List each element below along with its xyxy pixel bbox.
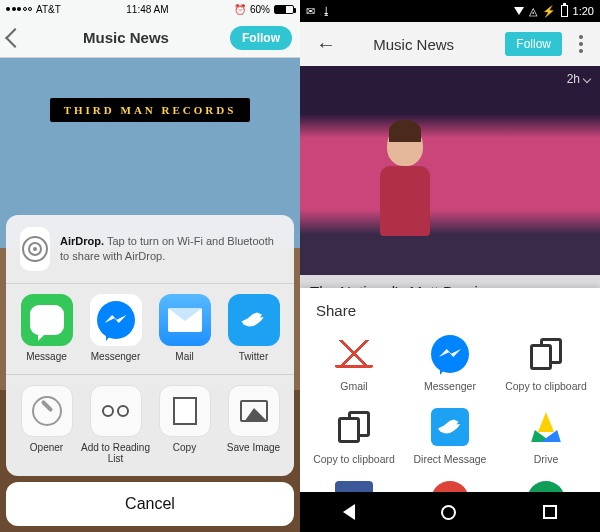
opener-icon bbox=[21, 385, 73, 437]
ios-device: AT&T 11:48 AM ⏰ 60% Music News Follow TH… bbox=[0, 0, 300, 532]
android-nav-bar: ← Music News Follow bbox=[300, 22, 600, 66]
page-title: Music News bbox=[326, 36, 501, 53]
android-soft-keys bbox=[300, 492, 600, 532]
clipboard-icon bbox=[333, 406, 375, 448]
clipboard-icon bbox=[525, 333, 567, 375]
overflow-menu-icon[interactable] bbox=[572, 35, 590, 53]
share-actions-row[interactable]: Opener Add to Reading List Copy Save Ima… bbox=[6, 375, 294, 476]
reading-list-icon bbox=[90, 385, 142, 437]
gmail-icon bbox=[333, 333, 375, 375]
airdrop-row[interactable]: AirDrop. Tap to turn on Wi-Fi and Blueto… bbox=[6, 215, 294, 284]
article-image bbox=[370, 126, 440, 256]
share-copy-clipboard[interactable]: Copy to clipboard bbox=[498, 329, 594, 396]
gmail-status-icon: ✉ bbox=[306, 5, 315, 18]
follow-button[interactable]: Follow bbox=[230, 26, 292, 50]
carrier-label: AT&T bbox=[36, 4, 61, 15]
battery-icon bbox=[561, 5, 568, 17]
messenger-icon bbox=[90, 294, 142, 346]
softkey-home-icon[interactable] bbox=[441, 505, 456, 520]
mail-icon bbox=[159, 294, 211, 346]
android-share-sheet: Share Gmail Messenger Copy to clipboard … bbox=[300, 288, 600, 492]
share-app-mail[interactable]: Mail bbox=[150, 294, 219, 362]
android-status-bar: ✉ ⭳ ◬ ⚡ 1:20 bbox=[300, 0, 600, 22]
back-chevron-icon[interactable] bbox=[5, 28, 25, 48]
wifi-icon bbox=[514, 7, 524, 15]
save-image-icon bbox=[228, 385, 280, 437]
action-reading-list[interactable]: Add to Reading List bbox=[81, 385, 150, 464]
article-age: 2h bbox=[567, 72, 590, 86]
share-copy-clipboard-2[interactable]: Copy to clipboard bbox=[306, 402, 402, 469]
battery-pct-label: 60% bbox=[250, 4, 270, 15]
copy-icon bbox=[159, 385, 211, 437]
download-status-icon: ⭳ bbox=[321, 5, 332, 17]
share-apps-row[interactable]: Message Messenger Mail Twitter bbox=[6, 284, 294, 375]
share-app-messenger[interactable]: Messenger bbox=[81, 294, 150, 362]
ios-share-sheet: AirDrop. Tap to turn on Wi-Fi and Blueto… bbox=[6, 215, 294, 526]
softkey-recents-icon[interactable] bbox=[543, 505, 557, 519]
twitter-icon bbox=[228, 294, 280, 346]
battery-icon bbox=[274, 5, 294, 14]
share-direct-message[interactable]: Direct Message bbox=[402, 402, 498, 469]
action-opener[interactable]: Opener bbox=[12, 385, 81, 464]
twitter-icon bbox=[429, 406, 471, 448]
android-device: ✉ ⭳ ◬ ⚡ 1:20 ← Music News Follow 2h bbox=[300, 0, 600, 532]
share-title: Share bbox=[300, 288, 600, 329]
airdrop-text: AirDrop. Tap to turn on Wi-Fi and Blueto… bbox=[60, 234, 280, 264]
drive-icon bbox=[525, 406, 567, 448]
no-sim-icon: ◬ bbox=[529, 5, 537, 18]
follow-button[interactable]: Follow bbox=[505, 32, 562, 56]
share-app-twitter[interactable]: Twitter bbox=[219, 294, 288, 362]
action-copy[interactable]: Copy bbox=[150, 385, 219, 464]
share-gmail[interactable]: Gmail bbox=[306, 329, 402, 396]
softkey-back-icon[interactable] bbox=[343, 504, 355, 520]
chevron-down-icon bbox=[583, 75, 591, 83]
alarm-icon: ⏰ bbox=[234, 4, 246, 15]
ios-status-bar: AT&T 11:48 AM ⏰ 60% bbox=[0, 0, 300, 18]
share-messenger[interactable]: Messenger bbox=[402, 329, 498, 396]
clock-label: 11:48 AM bbox=[126, 4, 168, 15]
clock-label: 1:20 bbox=[573, 5, 594, 17]
messenger-icon bbox=[429, 333, 471, 375]
article-card[interactable]: 2h The National's Matt Berninger: bbox=[300, 66, 600, 306]
ios-nav-bar: Music News Follow bbox=[0, 18, 300, 58]
page-title: Music News bbox=[83, 29, 169, 46]
storefront-sign: THIRD MAN RECORDS bbox=[50, 98, 251, 122]
action-save-image[interactable]: Save Image bbox=[219, 385, 288, 464]
cancel-button[interactable]: Cancel bbox=[6, 482, 294, 526]
charging-icon: ⚡ bbox=[542, 5, 556, 18]
message-icon bbox=[21, 294, 73, 346]
signal-dots-icon bbox=[6, 7, 32, 11]
share-app-message[interactable]: Message bbox=[12, 294, 81, 362]
airdrop-icon bbox=[20, 227, 50, 271]
share-drive[interactable]: Drive bbox=[498, 402, 594, 469]
